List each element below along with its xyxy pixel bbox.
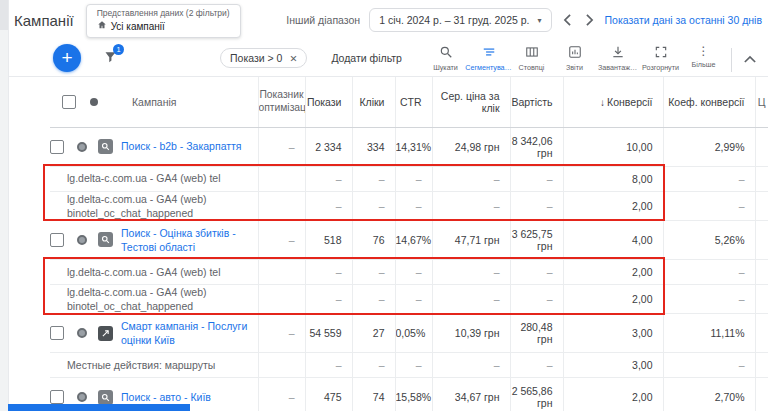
metric-ctr: 14,67%	[395, 220, 432, 259]
table-row: lg.delta-c.com.ua - GA4 (web) binotel_oc…	[50, 284, 768, 313]
campaign-link[interactable]: lg.delta-c.com.ua - GA4 (web) binotel_oc…	[67, 192, 258, 220]
expand-button[interactable]: Розгорнути	[639, 45, 682, 72]
metric-conversions: 2,00	[563, 259, 663, 284]
filter-chip[interactable]: Покази > 0 ✕	[220, 48, 307, 68]
campaign-link[interactable]: lg.delta-c.com.ua - GA4 (web) tel	[67, 171, 220, 185]
column-header-opt-score[interactable]: Показник оптимізації	[258, 77, 305, 127]
select-all-checkbox[interactable]	[62, 95, 76, 109]
close-icon[interactable]: ✕	[289, 53, 297, 64]
metric-ctr: 14,31%	[395, 127, 432, 166]
date-next-button[interactable]	[583, 14, 596, 26]
sort-desc-icon: ↓	[600, 97, 605, 108]
add-filter-button[interactable]: Додати фільтр	[325, 51, 408, 65]
metric-cost: –	[510, 353, 563, 378]
metric-avg-cpc: –	[432, 166, 510, 191]
campaign-link[interactable]: lg.delta-c.com.ua - GA4 (web) tel	[67, 265, 220, 279]
collapse-toolbar-button[interactable]	[738, 49, 762, 68]
metric-avg-cpc: 24,98 грн	[432, 127, 510, 166]
toolbar-actions: Шукати Сегментува… Стовпці Звіти	[424, 45, 725, 72]
status-dot[interactable]	[77, 142, 87, 152]
add-campaign-button[interactable]: +	[53, 44, 81, 72]
metric-cost: 280,48 грн	[510, 314, 563, 353]
column-header-conversions[interactable]: ↓Конверсії	[563, 77, 663, 127]
column-header-impressions[interactable]: Покази	[305, 77, 352, 127]
filter-chip-label: Покази > 0	[230, 52, 282, 64]
expand-icon	[654, 45, 668, 61]
column-header-ctr[interactable]: CTR	[395, 77, 432, 127]
metric-impressions: –	[305, 259, 352, 284]
data-view-selector[interactable]: Представлення даних (2 фільтри) Усі камп…	[86, 4, 241, 37]
search-button[interactable]: Шукати	[424, 45, 467, 72]
last-30-days-link[interactable]: Показати дані за останні 30 днів	[605, 14, 762, 26]
metric-opt-score: –	[258, 127, 305, 166]
campaign-link[interactable]: Поиск - b2b - Закарпаття	[121, 139, 242, 153]
more-button[interactable]: ⋮ Більше	[682, 45, 725, 69]
metric-partial	[755, 314, 768, 353]
metric-clicks: –	[352, 259, 395, 284]
row-checkbox[interactable]	[50, 233, 64, 247]
columns-button[interactable]: Стовпці	[510, 45, 553, 72]
metric-partial	[755, 220, 768, 259]
metric-opt-score: –	[258, 378, 305, 411]
column-header-clicks[interactable]: Кліки	[352, 77, 395, 127]
table-row: Смарт кампанія - Послуги оцінки Київ – 5…	[50, 314, 768, 353]
metric-cost: –	[510, 259, 563, 284]
metric-clicks: –	[352, 284, 395, 313]
filter-button[interactable]: 1	[103, 49, 118, 67]
metric-conv-rate: –	[663, 259, 755, 284]
metric-opt-score: –	[258, 220, 305, 259]
column-header-campaign[interactable]: Кампанія	[132, 96, 177, 108]
metric-opt-score	[258, 191, 305, 220]
row-checkbox[interactable]	[50, 390, 64, 404]
segment-icon	[482, 45, 496, 61]
metric-avg-cpc: 47,71 грн	[432, 220, 510, 259]
campaign-link[interactable]: Местные действия: маршруты	[67, 358, 215, 372]
metric-ctr: 15,58%	[395, 378, 432, 411]
segment-button[interactable]: Сегментува…	[467, 45, 510, 72]
search-campaign-icon	[98, 139, 113, 154]
row-checkbox[interactable]	[50, 326, 64, 340]
campaign-link[interactable]: Поиск - Оцінка збитків - Тестові області	[121, 226, 258, 254]
metric-conv-rate: –	[663, 166, 755, 191]
table-row: Местные действия: маршруты – – – – – 3,0…	[50, 353, 768, 378]
metric-conv-rate: 11,11%	[663, 314, 755, 353]
metric-opt-score	[258, 284, 305, 313]
metric-ctr: –	[395, 166, 432, 191]
date-range-value: 1 січ. 2024 р. – 31 груд. 2025 р.	[379, 14, 529, 26]
date-range-picker[interactable]: 1 січ. 2024 р. – 31 груд. 2025 р. ▾	[369, 8, 551, 32]
table-row: lg.delta-c.com.ua - GA4 (web) tel – – – …	[50, 259, 768, 284]
column-header-conv-rate[interactable]: Коеф. конверсії	[663, 77, 755, 127]
status-dot[interactable]	[77, 235, 87, 245]
column-header-partial[interactable]: Ц	[755, 77, 768, 127]
metric-opt-score	[258, 259, 305, 284]
column-header-cost[interactable]: Вартість	[510, 77, 563, 127]
data-view-caption: Представлення даних (2 фільтри)	[97, 8, 230, 19]
metric-clicks: 74	[352, 378, 395, 411]
row-checkbox[interactable]	[50, 140, 64, 154]
metric-ctr: –	[395, 353, 432, 378]
status-dot[interactable]	[77, 392, 87, 402]
metric-cost: 2 565,86 грн	[510, 378, 563, 411]
download-button[interactable]: Завантаж…	[596, 45, 639, 72]
toolbar-divider	[731, 48, 732, 72]
status-filter-icon[interactable]	[90, 98, 98, 106]
metric-conversions: 2,00	[563, 378, 663, 411]
metric-impressions: –	[305, 353, 352, 378]
metric-clicks: 334	[352, 127, 395, 166]
date-range-label: Інший діапазон	[286, 14, 360, 26]
metric-avg-cpc: –	[432, 284, 510, 313]
smart-campaign-icon	[98, 326, 113, 341]
metric-avg-cpc: –	[432, 353, 510, 378]
reports-button[interactable]: Звіти	[553, 45, 596, 72]
metric-partial	[755, 378, 768, 411]
date-prev-button[interactable]	[561, 14, 574, 26]
campaign-link[interactable]: lg.delta-c.com.ua - GA4 (web) binotel_oc…	[67, 285, 258, 313]
campaign-link[interactable]: Смарт кампанія - Послуги оцінки Київ	[121, 319, 258, 347]
home-icon	[97, 20, 107, 33]
campaign-link[interactable]: Поиск - авто - Київ	[121, 390, 211, 404]
metric-conversions: 8,00	[563, 166, 663, 191]
search-campaign-icon	[98, 390, 113, 405]
column-header-avg-cpc[interactable]: Сер. ціна за клік	[432, 77, 510, 127]
metric-conversions: 2,00	[563, 284, 663, 313]
status-dot[interactable]	[77, 328, 87, 338]
